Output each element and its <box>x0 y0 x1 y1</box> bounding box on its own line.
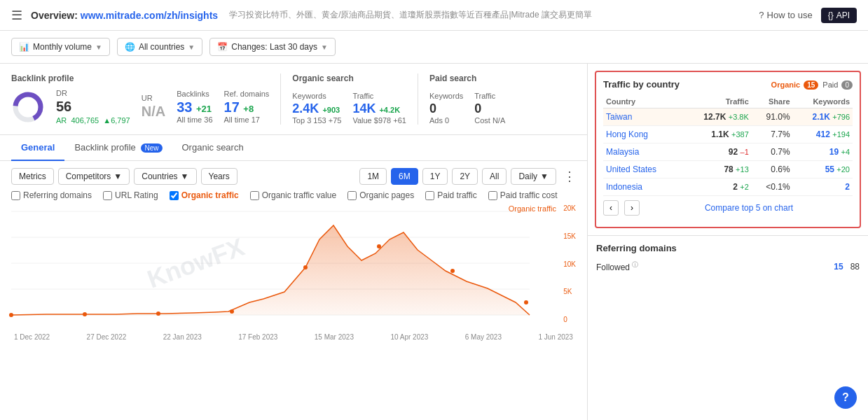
check-url-rating[interactable]: URL Rating <box>103 190 158 200</box>
check-paid-traffic-cost[interactable]: Paid traffic cost <box>488 190 558 200</box>
chevron-down-icon: ▼ <box>95 43 102 51</box>
cell-traffic: 92 –1 <box>681 144 752 161</box>
x-label-6: 6 May 2023 <box>465 333 502 341</box>
dr-stat: DR 56 AR 406,765 ▲6,797 <box>56 89 130 125</box>
stats-section: Backlink profile DR 56 AR <box>0 64 587 135</box>
cell-traffic: 12.7K +3.8K <box>681 108 752 126</box>
tbc-tab-paid[interactable]: Paid 0 <box>822 80 853 89</box>
check-organic-traffic[interactable]: Organic traffic <box>170 190 239 200</box>
cell-country[interactable]: Taiwan <box>603 108 681 126</box>
period-2y[interactable]: 2Y <box>452 168 478 185</box>
chevron-down-icon: ▼ <box>188 43 195 51</box>
ar-row: AR 406,765 ▲6,797 <box>56 116 130 125</box>
page-title: Overview: www.mitrade.com/zh/insights <box>31 10 218 21</box>
site-url[interactable]: www.mitrade.com/zh/insights <box>81 10 218 21</box>
next-page-button[interactable]: › <box>624 200 640 216</box>
period-1m[interactable]: 1M <box>359 168 387 185</box>
cell-country[interactable]: Indonesia <box>603 178 681 196</box>
chart-controls-row1: Metrics Competitors ▼ Countries ▼ Years … <box>11 168 576 185</box>
tab-organic-search[interactable]: Organic search <box>172 135 254 161</box>
svg-point-9 <box>156 312 160 316</box>
organic-count-badge: 15 <box>804 80 818 90</box>
referring-domains-section: Referring domains Followed ⓘ 15 88 <box>588 235 868 281</box>
countries-button[interactable]: Countries ▼ <box>134 168 196 185</box>
topnav-right: ? How to use {} API <box>759 8 857 23</box>
period-all[interactable]: All <box>482 168 507 185</box>
years-button[interactable]: Years <box>201 168 237 185</box>
tab-backlink-profile[interactable]: Backlink profile New <box>64 135 172 161</box>
y-label-5k: 5K <box>563 288 576 295</box>
cell-country[interactable]: Hong Kong <box>603 126 681 144</box>
table-row: Malaysia 92 –1 0.7% 19 +4 <box>603 144 853 161</box>
filters-bar: 📊 Monthly volume ▼ 🌐 All countries ▼ 📅 C… <box>0 31 868 64</box>
cell-share: <0.1% <box>752 178 793 196</box>
tab-general[interactable]: General <box>11 135 64 161</box>
organic-traffic-stat: Traffic 14K +4.2K Value $978 +61 <box>352 92 406 125</box>
competitors-button[interactable]: Competitors ▼ <box>58 168 130 185</box>
metrics-button[interactable]: Metrics <box>11 168 54 185</box>
paid-search-section: Paid search Keywords 0 Ads 0 Traffic 0 C… <box>429 74 505 125</box>
svg-point-13 <box>450 269 455 273</box>
more-options-icon[interactable]: ⋮ <box>563 169 576 184</box>
cell-keywords: 2.1K +796 <box>793 108 853 126</box>
cell-share: 0.7% <box>752 144 793 161</box>
help-link[interactable]: ? How to use <box>759 10 812 20</box>
organic-keywords-value: 2.4K +903 <box>292 102 341 116</box>
countries-filter[interactable]: 🌐 All countries ▼ <box>117 38 202 56</box>
cell-keywords: 412 +194 <box>793 126 853 144</box>
cell-share: 91.0% <box>752 108 793 126</box>
paid-search-title: Paid search <box>429 74 505 83</box>
ref-followed-row: Followed ⓘ 15 88 <box>596 259 860 274</box>
x-label-2: 22 Jan 2023 <box>163 333 202 341</box>
check-organic-traffic-value[interactable]: Organic traffic value <box>250 190 337 200</box>
tbc-tab-organic[interactable]: Organic 15 <box>771 80 819 89</box>
compare-top-5-link[interactable]: Compare top 5 on chart <box>645 203 853 213</box>
organic-search-data: Keywords 2.4K +903 Top 3 153 +75 Traffic… <box>292 92 406 125</box>
paid-count-badge: 0 <box>841 80 853 90</box>
ur-stat: UR N/A <box>142 94 165 120</box>
divider-1 <box>280 74 281 125</box>
calendar-icon: 📅 <box>217 42 228 52</box>
cell-share: 0.6% <box>752 161 793 178</box>
volume-icon: 📊 <box>19 42 29 52</box>
top-navigation: ☰ Overview: www.mitrade.com/zh/insights … <box>0 0 868 31</box>
menu-icon[interactable]: ☰ <box>11 8 22 23</box>
table-row: Hong Kong 1.1K +387 7.7% 412 +194 <box>603 126 853 144</box>
y-label-0: 0 <box>563 316 576 323</box>
ref-followed-values: 15 88 <box>834 262 860 272</box>
x-label-1: 27 Dec 2022 <box>87 333 127 341</box>
table-row: Indonesia 2 +2 <0.1% 2 <box>603 178 853 196</box>
help-button[interactable]: ? <box>834 386 857 409</box>
tbc-title: Traffic by country <box>603 79 680 90</box>
tbc-tabs: Organic 15 Paid 0 <box>771 80 853 89</box>
interval-button[interactable]: Daily ▼ <box>511 168 556 185</box>
volume-filter[interactable]: 📊 Monthly volume ▼ <box>11 38 110 56</box>
chart-series-label: Organic traffic <box>509 204 556 213</box>
period-1y[interactable]: 1Y <box>422 168 448 185</box>
col-traffic: Traffic <box>681 95 752 108</box>
api-button[interactable]: {} API <box>821 8 857 23</box>
paid-keywords-sub: Ads 0 <box>429 116 463 125</box>
check-organic-pages[interactable]: Organic pages <box>347 190 414 200</box>
chevron-down-icon: ▼ <box>113 172 122 181</box>
backlink-profile-title: Backlink profile <box>11 74 269 83</box>
cell-keywords: 55 +20 <box>793 161 853 178</box>
prev-page-button[interactable]: ‹ <box>603 200 619 216</box>
col-country: Country <box>603 95 681 108</box>
cell-traffic: 78 +13 <box>681 161 752 178</box>
paid-traffic-value: 0 <box>474 102 505 116</box>
col-share: Share <box>752 95 793 108</box>
dr-label: DR <box>56 89 130 97</box>
x-label-3: 17 Feb 2023 <box>238 333 277 341</box>
period-6m[interactable]: 6M <box>391 168 418 185</box>
api-icon: {} <box>828 10 834 20</box>
check-referring-domains[interactable]: Referring domains <box>11 190 92 200</box>
paid-traffic-sub: Cost N/A <box>474 116 505 125</box>
cell-country[interactable]: Malaysia <box>603 144 681 161</box>
changes-filter[interactable]: 📅 Changes: Last 30 days ▼ <box>209 38 336 56</box>
cell-country[interactable]: United States <box>603 161 681 178</box>
ref-domains-value: 17 +8 <box>224 99 270 115</box>
table-row: United States 78 +13 0.6% 55 +20 <box>603 161 853 178</box>
check-paid-traffic[interactable]: Paid traffic <box>425 190 476 200</box>
ref-domains-stat: Ref. domains 17 +8 All time 17 <box>224 90 270 124</box>
